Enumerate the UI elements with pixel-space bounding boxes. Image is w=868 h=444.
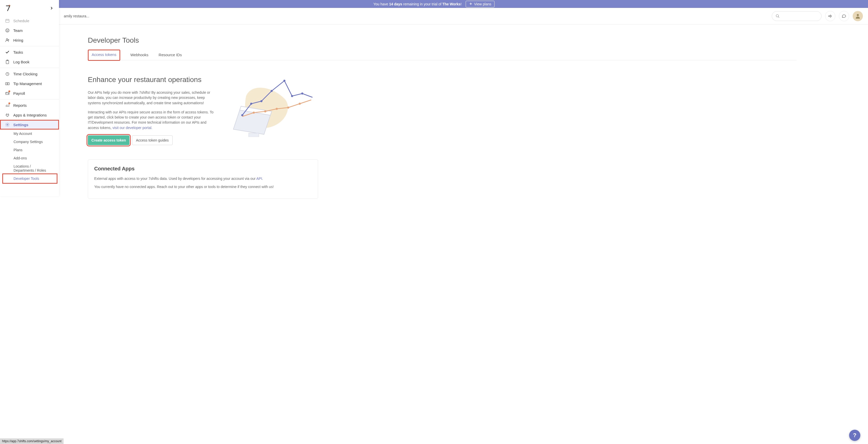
- sidebar-header: [0, 0, 59, 16]
- nav-label: Schedule: [13, 19, 29, 23]
- tab-resource-ids[interactable]: Resource IDs: [158, 50, 182, 60]
- svg-point-36: [264, 110, 266, 112]
- create-access-token-button[interactable]: Create access token: [88, 136, 129, 145]
- nav-label: Hiring: [13, 38, 23, 42]
- sidebar-item-team[interactable]: Team: [0, 26, 59, 35]
- card-title: Connected Apps: [94, 166, 312, 172]
- sidebar-item-logbook[interactable]: Log Book: [0, 57, 59, 67]
- sidebar-item-tipmgmt[interactable]: Tip Management: [0, 79, 59, 88]
- settings-submenu: My Account Company Settings Plans Add-on…: [0, 129, 59, 183]
- nav-label: Payroll: [13, 91, 25, 95]
- check-icon: [5, 50, 10, 54]
- card-p2: You currently have no connected apps. Re…: [94, 184, 312, 189]
- nav-label: Team: [13, 28, 23, 33]
- hero-p2: Interacting with our APIs require secure…: [88, 110, 215, 130]
- sidebar-item-timeclocking[interactable]: Time Clocking: [0, 69, 59, 79]
- svg-point-37: [276, 108, 278, 110]
- search-field[interactable]: [772, 11, 822, 21]
- calendar-icon: [5, 19, 10, 23]
- svg-point-11: [6, 38, 8, 40]
- svg-line-17: [7, 74, 8, 75]
- nav-label: Apps & Integrations: [13, 113, 47, 117]
- chevron-right-icon[interactable]: [49, 6, 54, 10]
- svg-point-39: [299, 103, 301, 105]
- svg-point-9: [7, 30, 7, 30]
- plug-icon: [5, 113, 10, 117]
- search-icon: [776, 14, 780, 19]
- sidebar-item-payroll[interactable]: Payroll: [0, 88, 59, 98]
- nav-label: Tasks: [13, 50, 23, 54]
- svg-point-31: [271, 90, 273, 92]
- tab-access-tokens[interactable]: Access tokens: [88, 50, 120, 61]
- nav-label: Reports: [13, 103, 27, 108]
- api-link[interactable]: API: [256, 177, 262, 181]
- svg-point-38: [287, 107, 289, 109]
- submenu-locations[interactable]: Locations / Departments / Roles: [13, 162, 59, 175]
- topbar: amily restaura...: [0, 8, 868, 25]
- money-icon: [5, 81, 10, 86]
- svg-point-35: [253, 112, 255, 114]
- chat-icon: [842, 14, 846, 19]
- avatar[interactable]: [853, 11, 863, 21]
- smiley-icon: [5, 28, 10, 33]
- svg-point-29: [250, 103, 252, 105]
- svg-rect-18: [6, 83, 9, 85]
- svg-point-21: [8, 93, 9, 94]
- logo[interactable]: [5, 5, 11, 11]
- sidebar-item-hiring[interactable]: Hiring: [0, 35, 59, 45]
- sidebar-item-apps[interactable]: Apps & Integrations: [0, 110, 59, 120]
- svg-point-33: [291, 95, 293, 97]
- search-input[interactable]: [780, 14, 818, 18]
- svg-point-19: [7, 83, 8, 85]
- svg-point-8: [6, 29, 9, 32]
- clipboard-icon: [5, 60, 10, 64]
- svg-rect-27: [249, 133, 259, 137]
- developer-portal-link[interactable]: visit our developer portal.: [113, 126, 152, 130]
- user-icon: [855, 13, 861, 19]
- messages-button[interactable]: [839, 11, 849, 21]
- submenu-developer-tools[interactable]: Developer Tools: [3, 175, 56, 183]
- nav-label: Time Clocking: [13, 72, 37, 76]
- people-icon: [5, 38, 10, 42]
- access-token-guides-button[interactable]: Access token guides: [132, 136, 172, 145]
- svg-point-26: [7, 124, 8, 125]
- tab-webhooks[interactable]: Webhooks: [130, 50, 149, 60]
- sidebar-item-settings[interactable]: Settings: [0, 120, 59, 129]
- submenu-addons[interactable]: Add-ons: [13, 154, 59, 162]
- banner-text: You have 14 days remaining in your trial…: [373, 2, 462, 6]
- chart-icon: [5, 103, 10, 108]
- nav-label: Tip Management: [13, 82, 42, 86]
- sidebar-item-reports[interactable]: Reports: [0, 100, 59, 110]
- hero-section: Enhance your restaurant operations Our A…: [88, 76, 797, 145]
- wallet-icon: [5, 91, 10, 95]
- svg-rect-4: [6, 20, 9, 23]
- hero-p1: Our APIs help you do more with 7shifts! …: [88, 90, 215, 106]
- submenu-plans[interactable]: Plans: [13, 146, 59, 154]
- svg-point-10: [8, 30, 8, 30]
- breadcrumb[interactable]: amily restaura...: [64, 14, 89, 18]
- main-content: Developer Tools Access tokens Webhooks R…: [88, 25, 797, 199]
- sidebar-item-schedule[interactable]: Schedule: [0, 16, 59, 26]
- connected-apps-card: Connected Apps External apps with access…: [88, 159, 318, 199]
- view-plans-button[interactable]: View plans: [466, 1, 495, 7]
- svg-point-0: [776, 14, 778, 17]
- svg-point-32: [283, 80, 285, 82]
- submenu-my-account[interactable]: My Account: [13, 129, 59, 138]
- trial-banner: You have 14 days remaining in your trial…: [0, 0, 868, 8]
- svg-line-1: [778, 17, 779, 18]
- svg-point-34: [301, 92, 303, 94]
- sidebar-item-tasks[interactable]: Tasks: [0, 47, 59, 57]
- page-title: Developer Tools: [88, 36, 797, 45]
- sparkle-icon: [469, 2, 472, 6]
- announcements-button[interactable]: [825, 11, 835, 21]
- submenu-company-settings[interactable]: Company Settings: [13, 138, 59, 146]
- svg-point-30: [260, 100, 262, 102]
- hero-illustration: [226, 76, 318, 137]
- megaphone-icon: [828, 14, 833, 19]
- svg-point-2: [857, 14, 859, 16]
- svg-point-12: [8, 39, 9, 40]
- clock-icon: [5, 71, 10, 76]
- hero-title: Enhance your restaurant operations: [88, 76, 215, 84]
- tabs: Access tokens Webhooks Resource IDs: [88, 50, 797, 60]
- card-p1: External apps with access to your 7shift…: [94, 176, 312, 181]
